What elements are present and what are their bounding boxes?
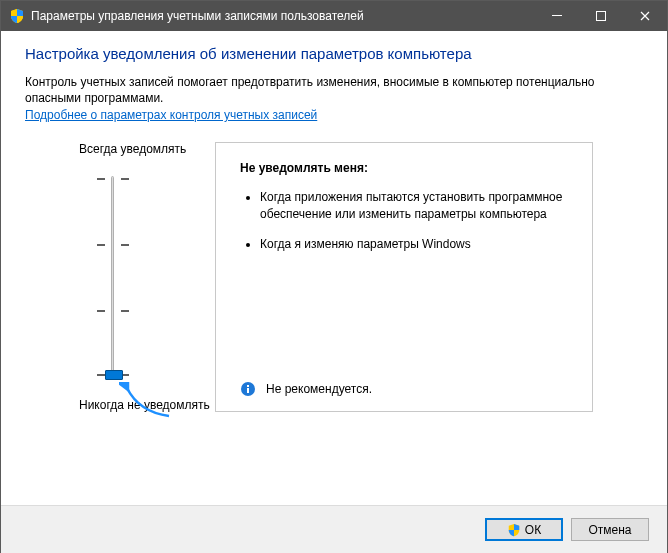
svg-rect-4 [247,385,249,387]
uac-shield-icon [507,523,521,537]
svg-rect-0 [552,15,562,16]
recommendation-text: Не рекомендуется. [266,382,372,396]
info-panel: Не уведомлять меня: Когда приложения пыт… [215,142,593,412]
ok-button[interactable]: ОК [485,518,563,541]
footer: ОК Отмена [1,505,667,553]
learn-more-link[interactable]: Подробнее о параметрах контроля учетных … [25,108,317,122]
panel-bullet: Когда я изменяю параметры Windows [260,236,574,252]
minimize-button[interactable] [535,1,579,31]
maximize-button[interactable] [579,1,623,31]
svg-rect-1 [597,12,606,21]
close-button[interactable] [623,1,667,31]
panel-bullet: Когда приложения пытаются установить про… [260,189,574,221]
slider-thumb[interactable] [105,370,123,380]
description-text: Контроль учетных записей помогает предот… [25,74,643,106]
page-heading: Настройка уведомления об изменении парам… [25,45,643,62]
panel-title: Не уведомлять меня: [240,161,574,175]
info-icon [240,381,256,397]
cancel-button[interactable]: Отмена [571,518,649,541]
uac-slider[interactable] [79,166,215,388]
slider-label-always: Всегда уведомлять [79,142,215,156]
uac-shield-icon [9,8,25,24]
svg-rect-3 [247,388,249,393]
ok-button-label: ОК [525,523,541,537]
content-area: Настройка уведомления об изменении парам… [1,31,667,412]
titlebar: Параметры управления учетными записями п… [1,1,667,31]
cancel-button-label: Отмена [588,523,631,537]
slider-label-never: Никогда не уведомлять [79,398,215,412]
window-title: Параметры управления учетными записями п… [31,9,535,23]
